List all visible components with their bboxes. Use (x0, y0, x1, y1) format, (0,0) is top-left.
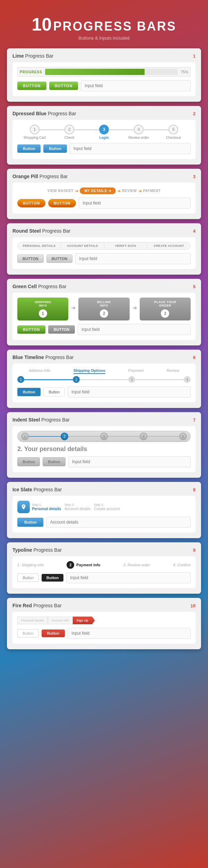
header-subtitle: Buttons & Inputs included (7, 35, 201, 41)
step-3-label: Login (99, 136, 109, 140)
timeline-dot-2: 2 (73, 376, 80, 383)
card-2-input[interactable] (70, 143, 191, 154)
card-9-btn2[interactable]: Button (42, 574, 63, 582)
card-8-title-bold: Ice Slate (12, 487, 32, 492)
card-7-btn2[interactable]: Button (43, 457, 65, 466)
card-6-title-rest: Progress Bar (45, 354, 74, 360)
card-10-title: Fire Red Progress Bar (12, 603, 62, 608)
orange-pill-steps: VIEW BASKET ➔ MY DETAILS ➔ ➔ REVIEW ➔ PA… (17, 187, 191, 194)
card-10-num: 10 (191, 603, 196, 608)
card-9-title-rest: Progress Bar (33, 547, 62, 553)
typo-step-1: 1. Shipping info (17, 563, 44, 567)
step-5-circle: 5 (168, 125, 178, 134)
card-8-input[interactable] (46, 517, 191, 528)
card-3-title: Orange Pill Progress Bar (12, 174, 68, 179)
card-lime: Lime Progress Bar 1 PROGRESS 75% BUTTON … (7, 48, 201, 102)
indent-dot-1: 1 (21, 433, 29, 440)
timeline-tab-4[interactable]: Review (167, 368, 179, 374)
card-4-input[interactable] (75, 253, 191, 264)
card-5-title-rest: Progress Bar (38, 284, 67, 289)
card-1-num: 1 (193, 53, 196, 59)
cell-circle-2: 2 (100, 309, 108, 318)
steel-step-1: PERSONAL DETAILS (18, 242, 61, 249)
card-2-btn1[interactable]: Button (17, 144, 41, 153)
fire-step-3: Sign Up (73, 617, 95, 624)
card-5-input[interactable] (78, 324, 191, 335)
card-3-num: 3 (193, 174, 196, 179)
timeline-tab-1[interactable]: Address Info (29, 368, 50, 374)
card-7-header: Indent Steel Progress Bar 7 (12, 417, 196, 423)
card-1-input[interactable] (81, 80, 191, 91)
card-5-btn2[interactable]: BUTTON (48, 325, 75, 334)
timeline-line-3 (135, 379, 184, 380)
timeline-tabs: Address Info Shipping Options Payment Re… (17, 368, 191, 374)
cell-box-2-title2: INFO (80, 304, 127, 307)
card-round-steel: Round Steel Progress Bar 4 PERSONAL DETA… (7, 223, 201, 275)
card-4-btn1[interactable]: BUTTON (17, 254, 44, 263)
card-2-title-bold: Dpressed Blue (12, 111, 46, 116)
card-4-btn2[interactable]: BUTTON (46, 254, 73, 263)
card-8-title-rest: Progress Bar (34, 487, 62, 492)
pill-arrow-2: ➔ (117, 189, 121, 193)
card-6-input[interactable] (68, 386, 191, 398)
step-5: 5 Checkout (156, 125, 191, 140)
cell-circle-3: 3 (161, 309, 169, 318)
card-6-header: Blue Timeline Progress Bar 6 (12, 354, 196, 360)
card-8-btn1[interactable]: Button (17, 518, 43, 527)
step-3-circle: 3 (99, 125, 109, 134)
step-2: 2 Check (52, 125, 87, 140)
indent-track: 1 2 3 4 5 (17, 431, 191, 442)
lime-bar-track (45, 69, 178, 75)
ice-step-2-num: Step 2: (64, 503, 90, 507)
card-9-input[interactable] (66, 572, 191, 583)
card-3-header: Orange Pill Progress Bar 3 (12, 174, 196, 179)
card-1-title-bold: Lime (12, 53, 24, 59)
timeline-track: 1 2 3 4 (17, 376, 191, 383)
card-10-btn2[interactable]: Button (42, 629, 65, 637)
card-1-title: Lime Progress Bar (12, 53, 53, 59)
cell-box-1-title2: INFO (19, 304, 66, 307)
card-dpressed-blue: Dpressed Blue Progress Bar 2 1 Shopping … (7, 106, 201, 165)
card-10-btn1[interactable]: Button (17, 629, 39, 637)
timeline-tab-3[interactable]: Payment (128, 368, 143, 374)
card-7-num: 7 (193, 417, 196, 423)
card-1-btn1[interactable]: BUTTON (17, 82, 46, 90)
card-8-title: Ice Slate Progress Bar (12, 487, 62, 492)
card-5-btn1[interactable]: BUTTON (17, 325, 45, 334)
cell-box-2: BILLING INFO 2 (78, 298, 129, 320)
step-4-circle: 4 (134, 125, 144, 134)
cell-box-3: PLACE YOUR ORDER 3 (140, 298, 191, 320)
card-4-title: Round Steel Progress Bar (12, 228, 70, 234)
card-indent-steel: Indent Steel Progress Bar 7 1 2 3 4 5 2.… (7, 412, 201, 478)
card-4-inner: PERSONAL DETAILS ACCOUNT DETAILS VERIFY … (12, 237, 196, 269)
timeline-tab-2[interactable]: Shipping Options (73, 368, 105, 374)
card-3-input[interactable] (79, 198, 191, 209)
cell-circle-1: 1 (39, 309, 47, 318)
card-6-btn2[interactable]: Button (43, 387, 65, 397)
card-7-title-bold: Indent Steel (12, 417, 40, 423)
ice-step-2-label: Account details (64, 507, 90, 511)
card-6-btn1[interactable]: Button (17, 388, 41, 396)
green-cell-steps: SHIPPING INFO 1 ➔ BILLING INFO 2 ➔ PLACE… (17, 298, 191, 320)
card-2-btn-row: Button Button (17, 143, 191, 154)
timeline-dot-3: 3 (128, 376, 135, 383)
pill-arrow-3: ➔ (138, 189, 142, 193)
lime-progress-label: PROGRESS (20, 70, 42, 74)
card-3-btn2[interactable]: BUTTON (48, 199, 76, 207)
card-2-btn2[interactable]: Button (43, 144, 67, 153)
fire-step-1: Personal Details (17, 617, 48, 624)
card-8-inner: Step 1: Personal details Step 2: Account… (12, 496, 196, 533)
card-9-btn1[interactable]: Button (17, 574, 39, 582)
card-1-header: Lime Progress Bar 1 (12, 53, 196, 59)
page-header: 10 PROGRESS BARS Buttons & Inputs includ… (7, 7, 201, 44)
card-7-btn1[interactable]: Button (17, 457, 40, 466)
card-4-header: Round Steel Progress Bar 4 (12, 228, 196, 234)
card-7-inner: 1 2 3 4 5 2. Your personal details Butto… (12, 426, 196, 472)
ice-steps: Step 1: Personal details Step 2: Account… (17, 501, 191, 513)
card-3-btn1[interactable]: BUTTON (17, 199, 45, 207)
card-7-input[interactable] (68, 456, 191, 467)
card-1-btn2[interactable]: BUTTON (49, 82, 78, 90)
timeline-line-2 (80, 379, 128, 380)
cell-box-3-title1: PLACE YOUR (142, 300, 189, 304)
card-10-input[interactable] (68, 628, 191, 639)
